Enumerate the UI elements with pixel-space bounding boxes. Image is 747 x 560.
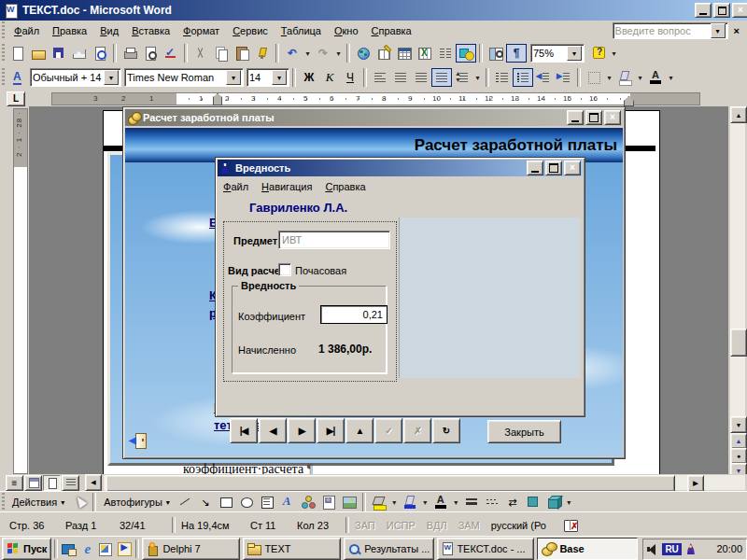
ask-question-input[interactable]: Введите вопрос ▾ [613, 22, 728, 39]
insert-picture-button[interactable] [339, 493, 359, 511]
style-dropdown[interactable]: ▾ [104, 70, 119, 85]
open-button[interactable] [28, 44, 49, 63]
next-page-button[interactable]: ▼ [730, 463, 747, 474]
nav-edit-button[interactable]: ▲ [345, 418, 374, 443]
draw-rectangle-button[interactable] [216, 493, 236, 511]
bullets-button[interactable] [513, 68, 533, 87]
status-track-changes[interactable]: ИСПР [381, 517, 421, 533]
status-extend-selection[interactable]: ВДЛ [421, 517, 453, 533]
shadow-style-button[interactable] [523, 493, 543, 511]
document-map-button[interactable] [486, 44, 506, 63]
formatting-toolbar-handle[interactable] [2, 68, 5, 87]
draw-line-button[interactable] [175, 493, 195, 511]
spelling-button[interactable]: ✓ [161, 44, 181, 63]
drawing-toolbar-handle[interactable] [2, 493, 5, 511]
h-scroll-thumb[interactable] [106, 475, 675, 492]
threed-dropdown[interactable]: ▾ [564, 493, 574, 511]
help-button[interactable]: ? [588, 44, 609, 63]
borders-button[interactable] [584, 68, 604, 87]
redo-button[interactable]: ↷ [313, 44, 333, 63]
h-scroll-right-button[interactable]: ▶ [687, 475, 704, 492]
columns-button[interactable] [435, 44, 456, 63]
search-button[interactable] [90, 44, 110, 63]
show-hide-paragraph-button[interactable]: ¶ [506, 44, 527, 63]
justify-button[interactable] [431, 68, 452, 87]
vrednost-maximize-button[interactable] [545, 161, 562, 175]
undo-button[interactable]: ↶ [282, 44, 303, 63]
font-color-button[interactable]: А [645, 68, 666, 87]
copy-button[interactable] [211, 44, 232, 63]
draw-actions-button[interactable]: Действия ▾ [7, 495, 69, 510]
save-button[interactable] [49, 44, 69, 63]
word-restore-button[interactable] [713, 3, 730, 18]
spelling-status-icon[interactable]: ✗ [563, 518, 580, 533]
insert-clipart-button[interactable] [318, 493, 339, 511]
menu-format[interactable]: Формат [176, 22, 226, 39]
help-dropdown[interactable]: ▾ [609, 44, 619, 63]
hourly-checkbox[interactable] [278, 263, 291, 276]
task-word-document[interactable]: W ТЕКСТ.doc - ... [437, 538, 534, 560]
fill-color-button[interactable] [369, 493, 389, 511]
menu-window[interactable]: Окно [328, 22, 365, 39]
internet-explorer-icon[interactable]: e [79, 541, 95, 557]
standard-toolbar-handle[interactable] [2, 44, 5, 63]
line-color-dropdown[interactable]: ▾ [420, 493, 430, 511]
styles-button[interactable]: А [7, 68, 28, 87]
threed-style-button[interactable] [543, 493, 564, 511]
paste-button[interactable] [232, 44, 252, 63]
nav-prior-button[interactable]: ◀ [259, 418, 287, 443]
start-button[interactable]: Пуск [2, 538, 51, 560]
form-menu-navigation[interactable]: Навигация [256, 179, 317, 194]
vertical-ruler[interactable]: 2 · 1 · 28 · [13, 108, 28, 474]
nav-last-button[interactable]: ▶| [317, 418, 345, 443]
menubar-drag-handle[interactable] [2, 21, 5, 40]
horizontal-ruler[interactable]: 3 2 1 1 2 3 4 5 6 7 8 9 10 11 12 13 14 1… [51, 92, 700, 105]
arrow-style-button[interactable]: ⇄ [502, 493, 523, 511]
size-combo[interactable]: 14 ▾ [247, 68, 289, 87]
media-player-icon[interactable]: ▶ [117, 541, 133, 557]
task-text-folder[interactable]: TEXT [243, 538, 341, 560]
menubar-close-icon[interactable]: × [734, 25, 740, 36]
align-right-button[interactable] [411, 68, 431, 87]
highlight-dropdown[interactable]: ▾ [635, 68, 645, 87]
show-desktop-icon[interactable] [61, 541, 77, 557]
insert-table-button[interactable] [394, 44, 415, 63]
word-close-button[interactable]: × [732, 3, 747, 18]
draw-font-color-button[interactable]: А [430, 493, 451, 511]
fill-color-dropdown[interactable]: ▾ [389, 493, 400, 511]
align-left-button[interactable] [370, 68, 390, 87]
nav-refresh-button[interactable]: ↻ [432, 418, 460, 443]
highlight-button[interactable] [614, 68, 635, 87]
draw-arrow-button[interactable]: ↘ [195, 493, 216, 511]
font-color-dropdown[interactable]: ▾ [666, 68, 676, 87]
line-spacing-button[interactable]: ▲▼ [452, 68, 472, 87]
status-record-macro[interactable]: ЗАП [349, 517, 381, 533]
font-dropdown[interactable]: ▾ [226, 70, 241, 85]
menu-insert[interactable]: Вставка [125, 22, 176, 39]
tables-borders-button[interactable] [374, 44, 394, 63]
vrednost-minimize-button[interactable] [527, 161, 543, 175]
vrednost-close-button[interactable]: × [564, 161, 581, 175]
salary-app-minimize-button[interactable] [567, 110, 584, 125]
salary-app-close-button[interactable]: × [604, 110, 621, 125]
vertical-scrollbar[interactable]: ▲ ▼ ▲ ● ▼ [730, 106, 745, 474]
insert-hyperlink-button[interactable] [353, 44, 374, 63]
decrease-indent-button[interactable]: ◀ [533, 68, 554, 87]
dash-style-button[interactable] [482, 493, 502, 511]
print-button[interactable] [120, 44, 140, 63]
print-layout-button[interactable] [43, 475, 61, 491]
text-box-button[interactable] [257, 493, 277, 511]
menu-edit[interactable]: Правка [46, 22, 93, 39]
form-menu-file[interactable]: Файл [218, 179, 254, 194]
menu-tools[interactable]: Сервис [226, 22, 275, 39]
status-overtype[interactable]: ЗАМ [453, 517, 486, 533]
style-combo[interactable]: Обычный + 14 р ▾ [30, 68, 121, 87]
previous-page-button[interactable]: ▲ [730, 433, 747, 449]
wizard-tray-icon[interactable] [685, 542, 697, 555]
menu-view[interactable]: Вид [93, 22, 125, 39]
insert-excel-button[interactable]: X [415, 44, 435, 63]
web-layout-button[interactable] [24, 475, 42, 491]
normal-view-button[interactable]: ≡ [6, 475, 23, 491]
redo-dropdown[interactable]: ▾ [333, 44, 344, 63]
numbered-list-button[interactable] [492, 68, 513, 87]
